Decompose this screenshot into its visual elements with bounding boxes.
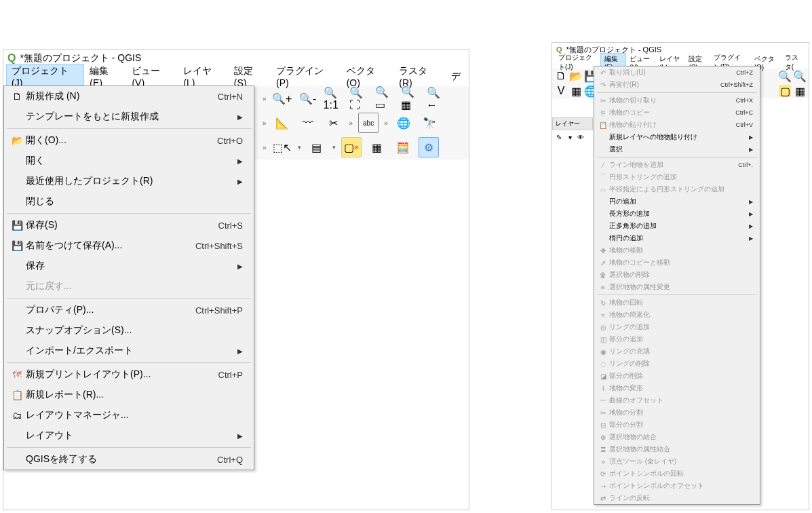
menu-item-new[interactable]: 🗋 新規作成 (N) Ctrl+N — [4, 86, 254, 107]
separator — [7, 298, 251, 299]
note-icon[interactable]: ▢⊘ — [341, 137, 362, 157]
qgis-window-project-menu: Q *無題のプロジェクト - QGIS プロジェクト(J) 編集(E) ビュー(… — [3, 49, 469, 510]
zoom-native-icon[interactable]: 🔍1:1 — [324, 88, 344, 109]
submenu-arrow-icon: ▶ — [749, 199, 753, 205]
zoom-out-icon[interactable]: 🔍 — [794, 70, 806, 82]
separator — [7, 213, 251, 214]
file-new-icon[interactable]: 🗋 — [555, 70, 567, 82]
filter-icon[interactable]: ▾ — [565, 132, 575, 142]
raster-layer-icon[interactable]: ▦ — [570, 85, 582, 97]
zoom-full-icon[interactable]: 🔍⛶ — [349, 88, 370, 109]
overflow-icon[interactable]: » — [263, 144, 267, 151]
overflow-icon[interactable]: » — [384, 119, 388, 127]
zoom-in-icon[interactable]: 🔍+ — [272, 88, 292, 109]
menu-item-reverse-line: ⇄ラインの反転 — [594, 492, 760, 504]
clip-icon[interactable]: ✂ — [324, 113, 344, 133]
menu-item-merge-attr: ≣選択地物の属性結合 — [594, 443, 760, 455]
menu-item-paste-as[interactable]: 新規レイヤへの地物貼り付け▶ — [594, 131, 760, 143]
menu-item-import-export[interactable]: インポート/エクスポート ▶ — [4, 341, 254, 361]
menu-item-new-report[interactable]: 📋 新規レポート(R)... — [4, 385, 254, 405]
menu-item-merge-sel: ⊕選択地物の結合 — [594, 431, 760, 443]
menu-item-recent[interactable]: 最近使用したプロジェクト(R) ▶ — [4, 171, 254, 191]
menu-item-properties[interactable]: プロパティ(P)... Ctrl+Shift+P — [4, 300, 254, 320]
vector-layer-icon[interactable]: V — [555, 85, 567, 97]
folder-open-icon: 📂 — [8, 134, 26, 147]
separator — [7, 447, 251, 448]
calendar-icon[interactable]: ▦ — [367, 137, 387, 157]
move-icon: ✥ — [597, 246, 609, 255]
reverse-line-icon: ⇄ — [597, 493, 609, 503]
eye-icon[interactable]: 👁 — [576, 132, 585, 142]
dropdown-arrow-icon[interactable]: ▾ — [332, 144, 336, 151]
save-as-icon: 💾 — [8, 239, 26, 252]
menu-item-cut: ✂地物の切り取りCtrl+X — [594, 94, 760, 107]
rotate-icon: ↻ — [597, 298, 609, 307]
menu-item-copy-move: ⇗地物のコピーと移動 — [594, 256, 760, 269]
menu-item-open-from[interactable]: 開く ▶ — [4, 151, 254, 171]
overflow-icon[interactable]: » — [263, 119, 267, 127]
globe-icon[interactable]: 🌐 — [393, 113, 414, 133]
rotate-symbol-icon: ⟳ — [597, 469, 609, 478]
menu-item-undo: ↶取り消し(U)Ctrl+Z — [594, 66, 760, 79]
menu-item-close[interactable]: 閉じる — [4, 191, 254, 212]
merge-attr-icon: ≣ — [597, 444, 609, 454]
menu-item-new-template[interactable]: テンプレートをもとに新規作成 ▶ — [4, 107, 254, 127]
folder-open-icon[interactable]: 📂 — [570, 70, 582, 82]
zoom-selection-icon[interactable]: 🔍▭ — [375, 88, 395, 109]
menu-item-add-ring: ◎リングの追加 — [594, 321, 760, 333]
menu-item-delete-ring: ◌リングの削除 — [594, 358, 760, 370]
menu-item-new-print-layout[interactable]: 🗺 新規プリントレイアウト(P)... Ctrl+P — [4, 364, 254, 385]
panel-icon[interactable]: ▤ — [307, 137, 327, 157]
menu-item-offset-curve: 〰曲線のオフセット — [594, 394, 760, 406]
layers-panel-title: レイヤー — [552, 117, 593, 130]
menu-item-layout-manager[interactable]: 🗂 レイアウトマネージャ... — [4, 405, 254, 425]
zoom-layer-icon[interactable]: 🔍▦ — [401, 88, 421, 109]
zoom-in-icon[interactable]: 🔍 — [779, 70, 791, 82]
menu-item-select[interactable]: 選択▶ — [594, 143, 760, 155]
menu-item-snap[interactable]: スナップオプション(S)... — [4, 320, 254, 341]
zoom-prev-icon[interactable]: 🔍← — [427, 88, 447, 109]
menu-item-split-parts: ⊟部分の分割 — [594, 419, 760, 431]
offset-curve-icon: 〰 — [597, 396, 609, 405]
separator — [597, 294, 757, 295]
menu-item-redo: ↷再実行(R)Ctrl+Shift+Z — [594, 79, 760, 91]
measure-icon[interactable]: 〰 — [298, 113, 318, 133]
binoculars-icon[interactable]: 🔭 — [419, 113, 440, 133]
gear-icon[interactable]: ⚙ — [419, 137, 439, 157]
menu-item-save-as[interactable]: 💾 名前をつけて保存(A)... Ctrl+Shift+S — [4, 235, 254, 256]
menu-item-save[interactable]: 💾 保存(S) Ctrl+S — [4, 215, 254, 235]
edit-tool-icon[interactable]: 📐 — [272, 113, 292, 133]
menu-item-save-to[interactable]: 保存 ▶ — [4, 256, 254, 276]
table-icon[interactable]: ▦ — [794, 85, 806, 97]
menu-item-modify-attr: ≡選択地物の属性変更 — [594, 281, 760, 293]
vertex-icon: ⋄ — [597, 457, 609, 466]
note-icon[interactable]: ▢ — [779, 85, 791, 97]
menu-item-delete-sel: 🗑選択物の削除 — [594, 269, 760, 281]
menu-item-add-circle[interactable]: 円の追加▶ — [594, 195, 760, 208]
style-icon[interactable]: ✎ — [554, 132, 564, 142]
overflow-icon[interactable]: » — [263, 95, 267, 102]
submenu-arrow-icon: ▶ — [749, 134, 753, 140]
menu-item-copy: ⎘地物のコピーCtrl+C — [594, 107, 760, 119]
dropdown-arrow-icon[interactable]: ▾ — [298, 144, 301, 151]
overflow-icon[interactable]: » — [349, 119, 353, 127]
menu-item-add-rect[interactable]: 長方形の追加▶ — [594, 208, 760, 220]
menu-item-layouts[interactable]: レイアウト ▶ — [4, 425, 254, 446]
label-icon[interactable]: abc — [358, 113, 379, 133]
menu-more[interactable]: デ — [446, 69, 466, 84]
menu-item-exit[interactable]: QGISを終了する Ctrl+Q — [4, 449, 254, 470]
layers-panel: レイヤー ✎ ▾ 👁 — [552, 117, 593, 144]
report-icon: 📋 — [8, 388, 26, 402]
submenu-arrow-icon: ▶ — [237, 432, 243, 440]
layers-toolbar: ✎ ▾ 👁 — [552, 130, 593, 144]
select-rect-icon[interactable]: ⬚↖ — [272, 137, 292, 157]
separator — [7, 128, 251, 129]
menu-item-add-polygon[interactable]: 正多角形の追加▶ — [594, 220, 760, 232]
copy-move-icon: ⇗ — [597, 258, 609, 267]
menu-item-open[interactable]: 📂 開く(O)... Ctrl+O — [4, 130, 254, 151]
menu-item-add-ellipse[interactable]: 楕円の追加▶ — [594, 232, 760, 244]
zoom-out-icon[interactable]: 🔍- — [298, 88, 318, 109]
ring-delete-icon: ◌ — [597, 359, 609, 368]
abacus-icon[interactable]: 🧮 — [393, 137, 413, 157]
ring-fill-icon: ◉ — [597, 347, 609, 356]
